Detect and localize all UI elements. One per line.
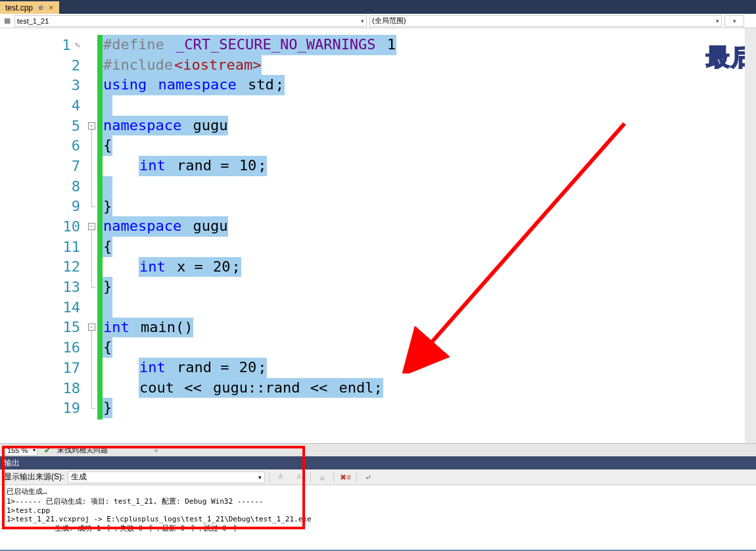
code-line[interactable]: int x = 20; — [103, 257, 756, 277]
separator — [356, 472, 357, 483]
fold-column: −−− — [85, 28, 97, 443]
separator — [269, 472, 270, 483]
fold-cell[interactable]: − — [85, 116, 97, 136]
output-title: 输出 — [4, 458, 20, 469]
code-token: ; — [275, 75, 285, 95]
code-line[interactable]: int rand = 20; — [103, 358, 756, 378]
code-line[interactable]: { — [103, 337, 756, 358]
code-token — [328, 378, 338, 398]
line-number: 13 — [0, 277, 85, 297]
line-number: 19 — [0, 398, 85, 418]
code-token — [103, 297, 112, 318]
code-token — [130, 318, 140, 338]
symbol-scope-combo[interactable]: (全局范围) ▾ — [369, 15, 722, 27]
line-number: 5 — [0, 116, 85, 136]
code-token: 20 — [212, 257, 231, 277]
fold-minus-icon[interactable]: − — [88, 122, 95, 130]
find-button[interactable]: ⌕ — [315, 471, 329, 484]
fold-minus-icon[interactable]: − — [88, 323, 95, 331]
zoom-value: 155 % — [7, 446, 28, 454]
line-number: 2 — [0, 55, 85, 76]
line-number: 12 — [0, 257, 85, 277]
fold-cell — [85, 55, 97, 76]
output-source-combo[interactable]: 生成 ▾ — [68, 471, 265, 483]
code-token — [237, 75, 247, 95]
code-line[interactable]: namespace gugu — [103, 216, 756, 237]
code-line[interactable]: } — [103, 277, 756, 297]
fold-cell — [85, 358, 97, 378]
code-token — [182, 116, 192, 136]
code-line[interactable]: { — [103, 237, 756, 257]
code-line[interactable] — [103, 176, 756, 197]
chevron-down-icon: ▾ — [361, 18, 364, 24]
clear-button[interactable]: ✖≡ — [338, 471, 352, 484]
code-line[interactable]: { — [103, 135, 756, 156]
fold-cell[interactable]: − — [85, 318, 97, 338]
code-line[interactable]: namespace gugu — [103, 116, 756, 136]
tab-bar: test.cpp ⊕ × — [0, 0, 756, 14]
code-token — [165, 35, 175, 55]
code-token: ; — [231, 257, 241, 277]
code-token: using — [103, 75, 147, 95]
fold-cell[interactable]: − — [85, 216, 97, 237]
code-line[interactable]: #define _CRT_SECURE_NO_WARNINGS 1 — [103, 35, 756, 55]
chevron-down-icon: ▾ — [733, 18, 736, 24]
code-token: namespace — [157, 75, 237, 95]
output-text[interactable]: 已启动生成… 1>------ 已启动生成: 项目: test_1_21, 配置… — [0, 485, 756, 550]
code-line[interactable]: int rand = 10; — [103, 156, 756, 176]
code-line[interactable]: } — [103, 197, 756, 217]
separator — [310, 472, 311, 483]
code-token: } — [103, 197, 112, 217]
code-editor[interactable]: 1✎2345678910111213141516171819 −−− #defi… — [0, 28, 756, 443]
fold-cell — [85, 398, 97, 418]
code-token: 10 — [239, 156, 258, 176]
code-token: namespace — [103, 216, 182, 237]
fold-cell — [85, 337, 97, 358]
code-line[interactable]: int main() — [103, 318, 756, 338]
code-token: x = — [176, 257, 212, 277]
fold-cell — [85, 297, 97, 318]
code-token — [166, 156, 176, 176]
line-number: 10 — [0, 216, 85, 237]
close-icon[interactable]: × — [49, 3, 54, 12]
code-token: } — [103, 398, 112, 418]
file-type-icon: ▦ — [3, 16, 12, 26]
change-indicator — [97, 35, 103, 419]
output-source-label: 显示输出来源(S): — [4, 471, 64, 483]
wrap-button[interactable]: ⤶ — [361, 471, 375, 484]
code-line[interactable]: } — [103, 398, 756, 418]
fold-cell — [85, 277, 97, 297]
fold-cell — [85, 176, 97, 197]
file-scope-combo[interactable]: test_1_21 ▾ — [14, 15, 367, 27]
file-tab[interactable]: test.cpp ⊕ × — [0, 1, 59, 14]
line-number-gutter: 1✎2345678910111213141516171819 — [0, 28, 85, 443]
nav-bar: ▦ test_1_21 ▾ (全局范围) ▾ ▾ — [0, 14, 756, 28]
vertical-scrollbar[interactable] — [745, 28, 756, 443]
code-token: gugu — [192, 216, 228, 237]
chevron-down-icon: ▾ — [716, 18, 719, 24]
code-token: ; — [257, 358, 267, 378]
fold-cell — [85, 95, 97, 116]
code-token: << — [310, 378, 329, 398]
code-line[interactable] — [103, 95, 756, 116]
line-number: 3 — [0, 75, 85, 95]
code-line[interactable]: using namespace std; — [103, 75, 756, 95]
prev-message-button[interactable]: ≜ — [273, 471, 288, 484]
pin-icon[interactable]: ⊕ — [38, 4, 43, 11]
code-token: rand = — [176, 156, 239, 176]
fold-cell — [85, 135, 97, 156]
member-combo[interactable]: ▾ — [724, 15, 744, 27]
output-panel-header[interactable]: 输出 — [0, 456, 756, 469]
code-token: ; — [257, 156, 267, 176]
code-line[interactable]: #include<iostream> — [103, 55, 756, 76]
zoom-combo[interactable]: 155 % — [4, 445, 37, 456]
code-token — [147, 75, 157, 95]
code-line[interactable]: cout << gugu::rand << endl; — [103, 378, 756, 398]
code-token: #include — [103, 55, 174, 76]
code-area[interactable]: #define _CRT_SECURE_NO_WARNINGS 1#includ… — [103, 28, 756, 443]
fold-minus-icon[interactable]: − — [88, 223, 95, 230]
line-number: 8 — [0, 176, 85, 197]
code-line[interactable] — [103, 297, 756, 318]
code-token: gugu::rand — [212, 378, 310, 398]
next-message-button[interactable]: ≛ — [292, 471, 306, 484]
